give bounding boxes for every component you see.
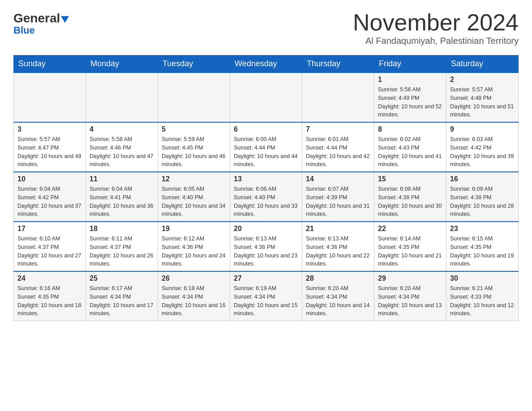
calendar-week-4: 17Sunrise: 6:10 AM Sunset: 4:37 PM Dayli… <box>14 222 519 271</box>
weekday-header-monday: Monday <box>86 56 158 73</box>
weekday-header-sunday: Sunday <box>14 56 86 73</box>
day-info: Sunrise: 6:06 AM Sunset: 4:40 PM Dayligh… <box>234 185 298 218</box>
logo-general-text: General <box>13 11 60 26</box>
day-number: 18 <box>90 225 154 233</box>
day-number: 6 <box>234 125 298 133</box>
calendar-cell: 6Sunrise: 6:00 AM Sunset: 4:44 PM Daylig… <box>230 122 302 172</box>
day-number: 2 <box>450 76 515 84</box>
calendar-cell: 13Sunrise: 6:06 AM Sunset: 4:40 PM Dayli… <box>230 172 302 222</box>
calendar-cell <box>158 73 230 122</box>
day-info: Sunrise: 5:57 AM Sunset: 4:47 PM Dayligh… <box>17 135 82 169</box>
calendar-cell: 10Sunrise: 6:04 AM Sunset: 4:42 PM Dayli… <box>14 172 86 222</box>
calendar-cell: 27Sunrise: 6:19 AM Sunset: 4:34 PM Dayli… <box>230 271 302 321</box>
day-info: Sunrise: 6:05 AM Sunset: 4:40 PM Dayligh… <box>162 185 226 218</box>
weekday-header-tuesday: Tuesday <box>158 56 230 73</box>
calendar-week-1: 1Sunrise: 5:56 AM Sunset: 4:49 PM Daylig… <box>14 73 519 122</box>
day-number: 4 <box>90 125 154 133</box>
calendar-week-2: 3Sunrise: 5:57 AM Sunset: 4:47 PM Daylig… <box>14 122 519 172</box>
calendar-cell: 2Sunrise: 5:57 AM Sunset: 4:48 PM Daylig… <box>446 73 519 122</box>
day-number: 11 <box>90 175 154 183</box>
calendar-cell: 7Sunrise: 6:01 AM Sunset: 4:44 PM Daylig… <box>302 122 374 172</box>
weekday-header-saturday: Saturday <box>446 56 519 73</box>
calendar-cell: 25Sunrise: 6:17 AM Sunset: 4:34 PM Dayli… <box>86 271 158 321</box>
day-number: 16 <box>450 175 515 183</box>
day-number: 22 <box>378 225 442 233</box>
day-info: Sunrise: 5:59 AM Sunset: 4:45 PM Dayligh… <box>162 135 226 169</box>
calendar-cell: 4Sunrise: 5:58 AM Sunset: 4:46 PM Daylig… <box>86 122 158 172</box>
calendar-cell <box>14 73 86 122</box>
calendar: SundayMondayTuesdayWednesdayThursdayFrid… <box>13 55 519 321</box>
day-number: 23 <box>450 225 515 233</box>
calendar-cell: 23Sunrise: 6:15 AM Sunset: 4:35 PM Dayli… <box>446 222 519 271</box>
calendar-week-5: 24Sunrise: 6:16 AM Sunset: 4:35 PM Dayli… <box>14 271 519 321</box>
calendar-cell: 14Sunrise: 6:07 AM Sunset: 4:39 PM Dayli… <box>302 172 374 222</box>
day-number: 24 <box>17 274 82 283</box>
day-info: Sunrise: 6:04 AM Sunset: 4:41 PM Dayligh… <box>90 185 154 218</box>
day-info: Sunrise: 6:00 AM Sunset: 4:44 PM Dayligh… <box>234 135 298 169</box>
day-number: 10 <box>17 175 82 183</box>
calendar-cell: 3Sunrise: 5:57 AM Sunset: 4:47 PM Daylig… <box>14 122 86 172</box>
calendar-cell: 24Sunrise: 6:16 AM Sunset: 4:35 PM Dayli… <box>14 271 86 321</box>
calendar-cell <box>230 73 302 122</box>
day-info: Sunrise: 6:12 AM Sunset: 4:36 PM Dayligh… <box>162 235 226 268</box>
day-info: Sunrise: 6:13 AM Sunset: 4:36 PM Dayligh… <box>234 235 298 268</box>
calendar-cell: 12Sunrise: 6:05 AM Sunset: 4:40 PM Dayli… <box>158 172 230 222</box>
day-info: Sunrise: 6:16 AM Sunset: 4:35 PM Dayligh… <box>17 284 82 318</box>
day-info: Sunrise: 6:18 AM Sunset: 4:34 PM Dayligh… <box>162 284 226 318</box>
day-info: Sunrise: 5:57 AM Sunset: 4:48 PM Dayligh… <box>450 86 515 119</box>
calendar-cell: 16Sunrise: 6:09 AM Sunset: 4:38 PM Dayli… <box>446 172 519 222</box>
day-number: 17 <box>17 225 82 233</box>
logo-blue-label: Blue <box>13 25 35 36</box>
day-info: Sunrise: 6:10 AM Sunset: 4:37 PM Dayligh… <box>17 235 82 268</box>
day-number: 9 <box>450 125 515 133</box>
calendar-cell: 1Sunrise: 5:56 AM Sunset: 4:49 PM Daylig… <box>374 73 446 122</box>
day-info: Sunrise: 6:21 AM Sunset: 4:33 PM Dayligh… <box>450 284 515 318</box>
weekday-header-wednesday: Wednesday <box>230 56 302 73</box>
calendar-cell: 20Sunrise: 6:13 AM Sunset: 4:36 PM Dayli… <box>230 222 302 271</box>
day-number: 3 <box>17 125 82 133</box>
day-number: 14 <box>306 175 370 183</box>
day-number: 25 <box>90 274 154 283</box>
day-info: Sunrise: 6:14 AM Sunset: 4:35 PM Dayligh… <box>378 235 442 268</box>
day-number: 13 <box>234 175 298 183</box>
day-number: 5 <box>162 125 226 133</box>
day-info: Sunrise: 6:20 AM Sunset: 4:34 PM Dayligh… <box>306 284 370 318</box>
day-info: Sunrise: 6:13 AM Sunset: 4:36 PM Dayligh… <box>306 235 370 268</box>
calendar-cell: 15Sunrise: 6:08 AM Sunset: 4:38 PM Dayli… <box>374 172 446 222</box>
day-number: 15 <box>378 175 442 183</box>
calendar-cell: 22Sunrise: 6:14 AM Sunset: 4:35 PM Dayli… <box>374 222 446 271</box>
weekday-header-row: SundayMondayTuesdayWednesdayThursdayFrid… <box>14 56 519 73</box>
location-title: Al Fandaqumiyah, Palestinian Territory <box>353 36 519 46</box>
calendar-cell: 30Sunrise: 6:21 AM Sunset: 4:33 PM Dayli… <box>446 271 519 321</box>
logo-triangle-icon <box>61 16 69 23</box>
day-number: 1 <box>378 76 442 84</box>
day-info: Sunrise: 6:15 AM Sunset: 4:35 PM Dayligh… <box>450 235 515 268</box>
weekday-header-thursday: Thursday <box>302 56 374 73</box>
day-info: Sunrise: 6:17 AM Sunset: 4:34 PM Dayligh… <box>90 284 154 318</box>
day-number: 12 <box>162 175 226 183</box>
calendar-cell: 8Sunrise: 6:02 AM Sunset: 4:43 PM Daylig… <box>374 122 446 172</box>
day-info: Sunrise: 6:09 AM Sunset: 4:38 PM Dayligh… <box>450 185 515 218</box>
calendar-cell: 5Sunrise: 5:59 AM Sunset: 4:45 PM Daylig… <box>158 122 230 172</box>
calendar-cell: 17Sunrise: 6:10 AM Sunset: 4:37 PM Dayli… <box>14 222 86 271</box>
month-title: November 2024 <box>353 9 519 36</box>
day-number: 19 <box>162 225 226 233</box>
day-number: 26 <box>162 274 226 283</box>
day-number: 7 <box>306 125 370 133</box>
calendar-cell: 26Sunrise: 6:18 AM Sunset: 4:34 PM Dayli… <box>158 271 230 321</box>
day-info: Sunrise: 6:08 AM Sunset: 4:38 PM Dayligh… <box>378 185 442 218</box>
calendar-cell: 29Sunrise: 6:20 AM Sunset: 4:34 PM Dayli… <box>374 271 446 321</box>
calendar-cell <box>86 73 158 122</box>
calendar-cell: 19Sunrise: 6:12 AM Sunset: 4:36 PM Dayli… <box>158 222 230 271</box>
day-info: Sunrise: 6:02 AM Sunset: 4:43 PM Dayligh… <box>378 135 442 169</box>
day-info: Sunrise: 6:20 AM Sunset: 4:34 PM Dayligh… <box>378 284 442 318</box>
day-number: 28 <box>306 274 370 283</box>
day-info: Sunrise: 6:19 AM Sunset: 4:34 PM Dayligh… <box>234 284 298 318</box>
day-number: 8 <box>378 125 442 133</box>
calendar-cell: 18Sunrise: 6:11 AM Sunset: 4:37 PM Dayli… <box>86 222 158 271</box>
day-number: 21 <box>306 225 370 233</box>
day-number: 30 <box>450 274 515 283</box>
day-info: Sunrise: 6:01 AM Sunset: 4:44 PM Dayligh… <box>306 135 370 169</box>
calendar-cell: 21Sunrise: 6:13 AM Sunset: 4:36 PM Dayli… <box>302 222 374 271</box>
calendar-cell: 9Sunrise: 6:03 AM Sunset: 4:42 PM Daylig… <box>446 122 519 172</box>
